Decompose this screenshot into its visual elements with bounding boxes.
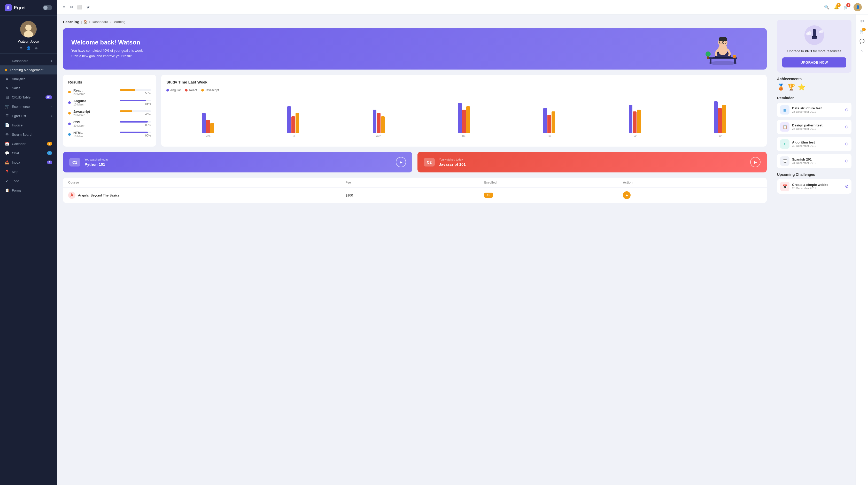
reminder-icon: 📋 — [780, 122, 789, 132]
play-button[interactable]: ▶ — [396, 157, 406, 167]
action-play-button[interactable]: ▶ — [623, 191, 630, 199]
upcoming-item: 📅 Create a simple webite 28 December 201… — [777, 179, 851, 194]
legend-dot — [166, 89, 169, 91]
bar-react — [291, 116, 295, 133]
right-chat-icon[interactable]: 💬 — [860, 39, 865, 44]
window-icon[interactable]: ⬜ — [77, 5, 82, 9]
result-dot — [68, 133, 71, 136]
hero-illustration — [700, 28, 746, 69]
sidebar-item-scrumboard[interactable]: ◎ Scrum Board — [0, 130, 57, 139]
legend-dot — [201, 89, 204, 91]
reminder-date: 31 December 2019 — [792, 161, 842, 165]
col-fee: Fee — [346, 181, 485, 184]
play-button[interactable]: ▶ — [750, 157, 761, 167]
reminder-play-button[interactable]: ⊙ — [845, 159, 848, 163]
upgrade-svg — [804, 25, 825, 46]
chart-label: Sun — [718, 135, 722, 138]
nav-label: Learning Management — [10, 68, 52, 72]
svg-point-18 — [706, 52, 711, 57]
mail-icon[interactable]: ✉ — [69, 5, 73, 9]
theme-toggle[interactable] — [43, 5, 52, 10]
result-dot — [68, 101, 71, 104]
reminder-icon: ▦ — [780, 105, 789, 115]
sidebar-item-inbox[interactable]: 📥 Inbox 6 — [0, 158, 57, 167]
bar-react — [377, 113, 380, 133]
upcoming-date: 28 December 2019 — [792, 187, 842, 190]
sidebar-item-map[interactable]: 📍 Map — [0, 167, 57, 176]
sidebar-item-egretlist[interactable]: ☰ Egret List › — [0, 111, 57, 120]
bar-react — [718, 108, 722, 133]
bar-react — [206, 120, 210, 133]
result-info: CSS 30 March — [73, 120, 117, 127]
right-settings-icon[interactable]: ⚙ — [860, 19, 864, 24]
cards-row: Results React 20 March 50% — [63, 75, 767, 147]
logout-icon[interactable]: ⏏ — [34, 46, 38, 50]
results-title: Results — [68, 80, 151, 84]
reminder-play-button[interactable]: ⊙ — [845, 124, 848, 129]
breadcrumb-link[interactable]: Dashboard — [92, 20, 108, 24]
sidebar-item-calendar[interactable]: 📅 Calendar 5 — [0, 139, 57, 148]
reminder-name: Spanish 201 — [792, 158, 842, 161]
sidebar-item-sales[interactable]: S Sales — [0, 84, 57, 92]
sidebar-item-analytics[interactable]: A Analytics — [0, 75, 57, 84]
upcoming-section: Upcoming Challenges 📅 Create a simple we… — [777, 172, 851, 194]
chart-label: Wed — [376, 135, 381, 138]
chart-bars — [287, 99, 299, 133]
reminder-name: Algorithm test — [792, 140, 842, 144]
user-icon[interactable]: 👤 — [26, 46, 31, 50]
user-avatar[interactable]: 👤 — [854, 3, 862, 11]
expand-icon: ▾ — [51, 59, 52, 62]
result-name: HTML — [73, 131, 117, 135]
upcoming-play-button[interactable]: ⊙ — [845, 184, 848, 189]
reminder-name: Design pattern test — [792, 123, 842, 127]
bar-react — [548, 115, 551, 133]
table-header: Course Fee Enrolled Action — [63, 178, 767, 188]
reminder-date: 23 December 2019 — [792, 110, 842, 113]
cart-button[interactable]: 🛒 1 — [844, 5, 849, 9]
sidebar-nav: ⊞ Dashboard ▾ Learning Management A Anal… — [0, 54, 57, 485]
right-cart-icon[interactable]: 🛒 1 — [860, 29, 865, 34]
sidebar-item-ecommerce[interactable]: 🛒 Ecommerce › — [0, 102, 57, 111]
hero-svg — [702, 29, 743, 68]
right-expand-icon[interactable]: › — [861, 49, 863, 54]
home-icon[interactable]: 🏠 — [84, 20, 88, 24]
legend-react: React — [185, 88, 197, 92]
sidebar-item-crud[interactable]: ▤ CRUD Table 68 — [0, 92, 57, 102]
sidebar-item-chat[interactable]: 💬 Chat 3 — [0, 148, 57, 158]
map-icon: 📍 — [5, 170, 9, 174]
star-icon[interactable]: ★ — [86, 5, 90, 9]
breadcrumb: Learning | 🏠 › Dashboard › Learning — [63, 20, 767, 24]
result-pct: 85% — [120, 102, 151, 105]
bar-angular — [629, 105, 632, 133]
nav-label: Analytics — [12, 77, 52, 81]
bar-angular — [458, 103, 462, 133]
reminder-info: Design pattern test 28 December 2019 — [792, 123, 842, 130]
nav-label: Dashboard — [12, 59, 48, 63]
chart-bars — [714, 99, 726, 133]
expand-icon: › — [52, 189, 52, 192]
reminder-play-button[interactable]: ⊙ — [845, 141, 848, 146]
sidebar-item-todo[interactable]: ✓ Todo — [0, 176, 57, 186]
sidebar-item-forms[interactable]: 📋 Forms › — [0, 186, 57, 195]
settings-icon[interactable]: ⚙ — [20, 46, 23, 50]
search-icon[interactable]: 🔍 — [824, 5, 829, 9]
sidebar-item-invoice[interactable]: 📄 Invoice — [0, 120, 57, 130]
result-bar-wrap: 40% — [120, 110, 151, 116]
chart-group-sun: Sun — [678, 99, 762, 138]
menu-icon[interactable]: ≡ — [63, 5, 65, 9]
notifications-button[interactable]: 🔔 5 — [834, 5, 839, 9]
legend-angular: Angular — [166, 88, 181, 92]
upgrade-illustration — [782, 25, 846, 46]
legend-label: Javascript — [205, 88, 219, 92]
watch-label: You watched today — [439, 158, 746, 161]
course-table: Course Fee Enrolled Action A Angular Bey… — [63, 178, 767, 203]
legend-javascript: Javascript — [201, 88, 219, 92]
sidebar-item-dashboard[interactable]: ⊞ Dashboard ▾ — [0, 56, 57, 65]
sidebar-item-learning[interactable]: Learning Management — [0, 65, 57, 75]
upgrade-button[interactable]: UPGRADE NOW — [782, 57, 846, 67]
course-title: Angular Beyond The Basics — [78, 193, 119, 197]
hero-subtitle: You have completed 40% of your goal this… — [71, 48, 758, 59]
legend-dot — [185, 89, 188, 91]
chart-group-mon: Mon — [166, 99, 250, 138]
reminder-play-button[interactable]: ⊙ — [845, 107, 848, 112]
